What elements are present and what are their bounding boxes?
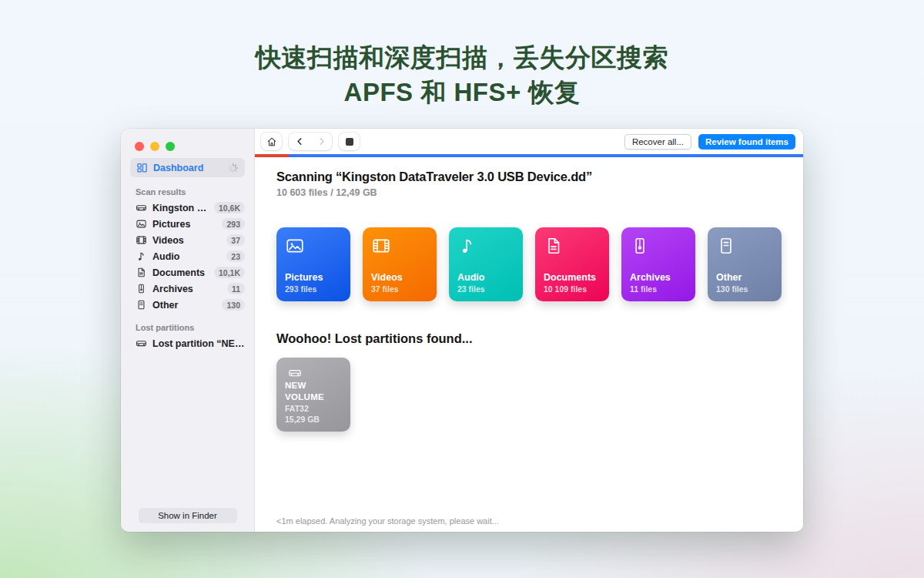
content-area: Scanning “Kingston DataTraveler 3.0 USB …: [255, 157, 803, 532]
chevron-left-icon: [295, 136, 305, 146]
count-badge: 130: [222, 299, 245, 311]
pictures-icon: [285, 236, 305, 256]
sidebar: Dashboard Scan results Kingston DataTra.…: [121, 129, 255, 532]
close-button[interactable]: [135, 142, 144, 151]
traffic-lights: [121, 129, 254, 151]
count-badge: 293: [222, 218, 245, 230]
app-window: Dashboard Scan results Kingston DataTra.…: [121, 129, 803, 532]
hero-heading: 快速扫描和深度扫描，丢失分区搜索 APFS 和 HFS+ 恢复: [0, 40, 924, 109]
lost-partitions-heading: Woohoo! Lost partitions found...: [276, 330, 782, 347]
archives-icon: [136, 283, 147, 294]
zoom-button[interactable]: [166, 142, 175, 151]
show-in-finder-button[interactable]: Show in Finder: [139, 508, 237, 523]
section-title-lost-partitions: Lost partitions: [136, 323, 254, 332]
forward-button[interactable]: [310, 136, 332, 146]
main-area: Recover all... Review found items Scanni…: [255, 129, 803, 532]
sidebar-item-kingston[interactable]: Kingston DataTra... 10,6K: [121, 200, 254, 216]
section-title-scan-results: Scan results: [136, 187, 254, 197]
count-badge: 11: [227, 283, 245, 294]
documents-icon: [544, 236, 564, 256]
sidebar-item-archives[interactable]: Archives 11: [121, 281, 254, 297]
sidebar-item-audio[interactable]: Audio 23: [121, 248, 254, 264]
drive-icon: [285, 366, 305, 380]
count-badge: 23: [226, 250, 245, 262]
count-badge: 37: [226, 234, 245, 246]
count-badge: 10,6K: [214, 202, 245, 213]
back-button[interactable]: [289, 136, 310, 146]
card-lost-volume[interactable]: NEW VOLUME FAT32 15,29 GB: [276, 358, 350, 432]
drive-icon: [136, 202, 147, 213]
card-videos[interactable]: Videos 37 files: [363, 227, 437, 301]
archives-icon: [630, 236, 650, 256]
stop-scan-button[interactable]: [339, 133, 360, 150]
nav-buttons: [289, 133, 332, 150]
home-icon: [266, 136, 277, 147]
audio-icon: [457, 236, 477, 256]
minimize-button[interactable]: [150, 142, 159, 151]
count-badge: 10,1K: [214, 267, 245, 278]
category-cards: Pictures 293 files Videos 37 files Audio…: [276, 227, 782, 301]
videos-icon: [136, 234, 147, 246]
card-pictures[interactable]: Pictures 293 files: [276, 227, 350, 301]
recover-all-button[interactable]: Recover all...: [624, 134, 691, 150]
scan-subtitle: 10 603 files / 12,49 GB: [276, 187, 782, 200]
dashboard-label: Dashboard: [153, 163, 203, 173]
sidebar-item-other[interactable]: Other 130: [121, 297, 254, 313]
other-icon: [136, 299, 147, 311]
toolbar: Recover all... Review found items: [255, 129, 803, 154]
hero-line-2: APFS 和 HFS+ 恢复: [0, 75, 924, 109]
status-bar-text: <1m elapsed. Analyzing your storage syst…: [276, 516, 794, 526]
chevron-right-icon: [316, 136, 326, 146]
card-other[interactable]: Other 130 files: [708, 227, 782, 301]
card-archives[interactable]: Archives 11 files: [621, 227, 695, 301]
documents-icon: [136, 267, 147, 278]
sidebar-item-videos[interactable]: Videos 37: [121, 232, 254, 248]
review-found-items-button[interactable]: Review found items: [698, 134, 795, 150]
videos-icon: [371, 236, 391, 256]
audio-icon: [136, 250, 147, 262]
drive-icon: [136, 338, 147, 349]
card-audio[interactable]: Audio 23 files: [449, 227, 523, 301]
sidebar-item-dashboard[interactable]: Dashboard: [130, 158, 245, 177]
sidebar-item-pictures[interactable]: Pictures 293: [121, 216, 254, 232]
sidebar-item-documents[interactable]: Documents 10,1K: [121, 264, 254, 281]
home-button[interactable]: [261, 133, 282, 150]
stop-icon: [346, 138, 353, 146]
pictures-icon: [136, 218, 147, 230]
hero-line-1: 快速扫描和深度扫描，丢失分区搜索: [0, 40, 924, 75]
scan-title: Scanning “Kingston DataTraveler 3.0 USB …: [276, 168, 782, 185]
other-icon: [716, 236, 736, 256]
card-documents[interactable]: Documents 10 109 files: [535, 227, 609, 301]
spinner-icon: [228, 163, 239, 173]
sidebar-item-lost-partition[interactable]: Lost partition “NEW V...: [121, 335, 254, 351]
dashboard-icon: [136, 162, 148, 173]
